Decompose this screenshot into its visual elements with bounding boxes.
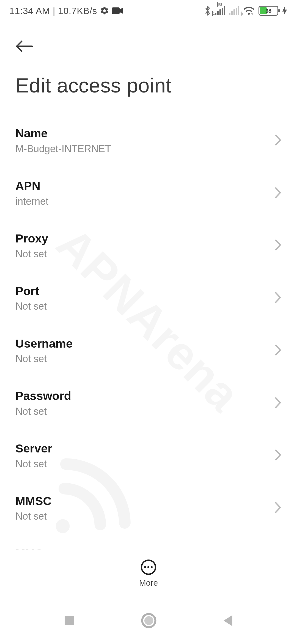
charging-bolt-icon bbox=[282, 6, 287, 15]
more-icon bbox=[141, 560, 156, 575]
setting-apn[interactable]: APN internet bbox=[15, 167, 282, 219]
triangle-left-icon bbox=[222, 614, 234, 627]
setting-proxy[interactable]: Proxy Not set bbox=[15, 219, 282, 272]
setting-mmsc[interactable]: MMSC Not set bbox=[15, 482, 282, 534]
setting-server[interactable]: Server Not set bbox=[15, 429, 282, 482]
setting-password[interactable]: Password Not set bbox=[15, 377, 282, 429]
setting-value: Not set bbox=[15, 353, 73, 365]
setting-label: Name bbox=[15, 126, 111, 141]
status-time: 11:34 AM bbox=[9, 6, 50, 16]
svg-point-5 bbox=[144, 616, 153, 625]
setting-port[interactable]: Port Not set bbox=[15, 272, 282, 324]
setting-value: Not set bbox=[15, 300, 47, 312]
wifi-icon bbox=[243, 6, 255, 15]
back-button[interactable] bbox=[14, 36, 34, 56]
signal-sim2-icon: × bbox=[229, 6, 239, 15]
status-separator: | bbox=[53, 6, 55, 16]
chevron-right-icon bbox=[274, 449, 282, 462]
setting-username[interactable]: Username Not set bbox=[15, 324, 282, 377]
chevron-right-icon bbox=[274, 344, 282, 357]
nav-home-button[interactable] bbox=[141, 613, 156, 628]
svg-rect-0 bbox=[112, 7, 120, 14]
settings-list: Name M-Budget-INTERNET APN internet Prox… bbox=[0, 97, 297, 587]
battery-icon: 38 bbox=[258, 6, 278, 16]
setting-value: Not set bbox=[15, 248, 48, 260]
setting-value: Not set bbox=[15, 510, 51, 522]
chevron-right-icon bbox=[274, 291, 282, 305]
status-right: 4G ⇅ × 38 bbox=[204, 6, 287, 16]
gear-icon bbox=[100, 6, 109, 15]
setting-label: Proxy bbox=[15, 231, 48, 246]
setting-value: internet bbox=[15, 195, 48, 207]
setting-value: Not set bbox=[15, 458, 52, 470]
status-left: 11:34 AM | 10.7KB/s bbox=[9, 6, 123, 16]
status-net-speed: 10.7KB/s bbox=[58, 6, 97, 16]
chevron-right-icon bbox=[274, 134, 282, 147]
setting-label: Port bbox=[15, 284, 47, 298]
setting-value: Not set bbox=[15, 405, 71, 417]
svg-rect-3 bbox=[65, 616, 74, 625]
square-icon bbox=[63, 614, 76, 627]
setting-label: Server bbox=[15, 441, 52, 456]
circle-icon bbox=[141, 613, 156, 628]
setting-value: M-Budget-INTERNET bbox=[15, 143, 111, 155]
signal-sim1-icon: 4G ⇅ bbox=[215, 6, 225, 15]
system-nav-bar bbox=[0, 597, 297, 644]
more-button[interactable]: More bbox=[139, 560, 158, 588]
arrow-left-icon bbox=[15, 40, 33, 53]
chevron-right-icon bbox=[274, 239, 282, 252]
video-camera-icon bbox=[112, 7, 123, 15]
setting-label: Username bbox=[15, 337, 73, 351]
setting-label: Password bbox=[15, 389, 71, 403]
chevron-right-icon bbox=[274, 187, 282, 200]
bottom-action-bar: More bbox=[0, 550, 297, 597]
setting-name[interactable]: Name M-Budget-INTERNET bbox=[15, 114, 282, 167]
setting-label: MMSC bbox=[15, 494, 51, 508]
nav-recents-button[interactable] bbox=[63, 614, 76, 627]
status-bar: 11:34 AM | 10.7KB/s 4G ⇅ × 38 bbox=[0, 0, 297, 21]
nav-back-button[interactable] bbox=[222, 614, 234, 627]
more-label: More bbox=[139, 578, 158, 588]
page-title: Edit access point bbox=[15, 74, 282, 97]
svg-point-1 bbox=[250, 12, 254, 15]
header: Edit access point bbox=[0, 21, 297, 97]
signal-4g-label: 4G bbox=[217, 2, 218, 7]
bluetooth-icon bbox=[204, 6, 211, 16]
chevron-right-icon bbox=[274, 501, 282, 515]
setting-label: APN bbox=[15, 179, 48, 193]
chevron-right-icon bbox=[274, 397, 282, 410]
battery-percent: 38 bbox=[259, 8, 277, 14]
